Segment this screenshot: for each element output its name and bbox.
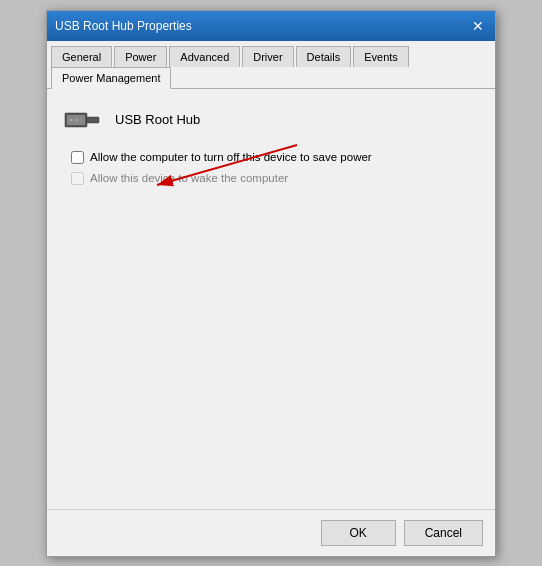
- ok-button[interactable]: OK: [321, 520, 396, 546]
- button-bar: OK Cancel: [47, 509, 495, 556]
- window-title: USB Root Hub Properties: [55, 19, 192, 33]
- tab-advanced[interactable]: Advanced: [169, 46, 240, 67]
- cancel-button[interactable]: Cancel: [404, 520, 483, 546]
- tab-general[interactable]: General: [51, 46, 112, 67]
- save-power-label[interactable]: Allow the computer to turn off this devi…: [90, 151, 372, 163]
- device-name: USB Root Hub: [115, 112, 200, 127]
- content-area: USB Root Hub Allow the computer to turn …: [47, 89, 495, 509]
- checkbox-item-save-power: Allow the computer to turn off this devi…: [71, 151, 479, 164]
- tab-details[interactable]: Details: [296, 46, 352, 67]
- device-header: USB Root Hub: [63, 105, 479, 135]
- save-power-checkbox[interactable]: [71, 151, 84, 164]
- tab-power-management[interactable]: Power Management: [51, 67, 171, 89]
- checkbox-group: Allow the computer to turn off this devi…: [71, 151, 479, 185]
- tab-power[interactable]: Power: [114, 46, 167, 67]
- tab-events[interactable]: Events: [353, 46, 409, 67]
- window: USB Root Hub Properties ✕ General Power …: [46, 10, 496, 557]
- tab-bar: General Power Advanced Driver Details Ev…: [47, 41, 495, 89]
- wake-computer-checkbox[interactable]: [71, 172, 84, 185]
- svg-rect-2: [87, 117, 99, 123]
- svg-rect-1: [67, 115, 85, 125]
- title-bar: USB Root Hub Properties ✕: [47, 11, 495, 41]
- tab-driver[interactable]: Driver: [242, 46, 293, 67]
- checkbox-item-wake: Allow this device to wake the computer: [71, 172, 479, 185]
- close-button[interactable]: ✕: [469, 17, 487, 35]
- usb-icon: [63, 105, 103, 135]
- wake-computer-label: Allow this device to wake the computer: [90, 172, 288, 184]
